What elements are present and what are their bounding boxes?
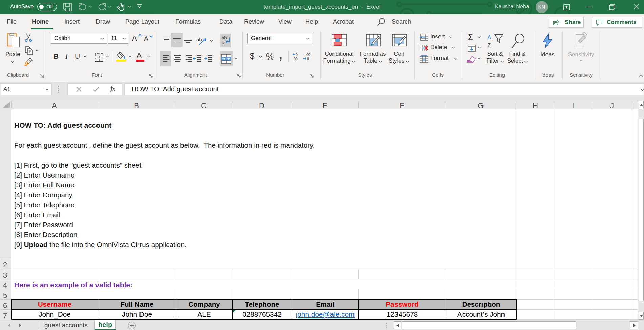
svg-text:ab: ab [196, 37, 202, 42]
svg-text:A: A [487, 34, 491, 41]
svg-text:.0: .0 [295, 53, 298, 57]
svg-text:.0: .0 [306, 57, 309, 61]
svg-text:.00: .00 [293, 57, 298, 61]
svg-text:ab: ab [222, 35, 227, 40]
svg-text:.00: .00 [305, 53, 310, 57]
svg-text:c: c [222, 40, 224, 45]
svg-text:Z: Z [487, 42, 491, 49]
